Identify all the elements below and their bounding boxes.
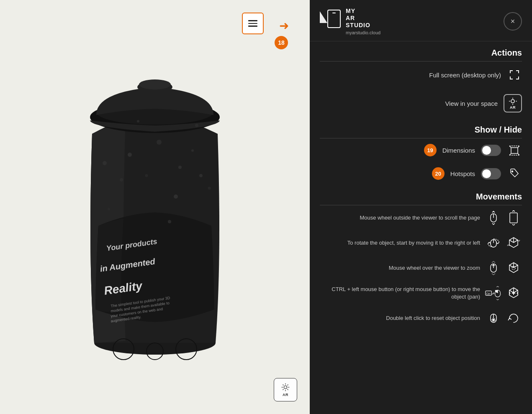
brand-text: MY AR STUDIO myarstudio.cloud <box>346 8 380 35</box>
mouse-zoom-icon <box>485 260 502 276</box>
mouse-scroll-icon <box>485 210 502 226</box>
ar-icon-label: AR <box>510 105 516 110</box>
svg-point-10 <box>174 194 178 199</box>
hotspots-toggle[interactable] <box>481 168 501 179</box>
svg-point-13 <box>108 208 110 210</box>
ctrl-key-icon: Ctrl + <box>485 285 502 302</box>
view-ar-label: View in your space <box>445 100 498 107</box>
movement-desc-zoom: Mouse wheel over the viewer to zoom <box>320 264 480 272</box>
svg-point-9 <box>120 178 123 181</box>
brand-icon <box>320 10 341 33</box>
svg-point-6 <box>178 166 182 169</box>
movement-desc-reset: Double left click to reset object positi… <box>320 314 480 322</box>
menu-arrow-icon: ➜ <box>279 19 289 33</box>
cup-container: Your products in Augmented Reality The s… <box>0 0 310 414</box>
object-rotate-icon <box>505 235 522 251</box>
movement-icons-pan: Ctrl + <box>485 285 522 302</box>
movement-desc-rotate: To rotate the object, start by moving it… <box>320 239 480 247</box>
fullscreen-row: Full screen (desktop only) <box>310 61 532 88</box>
dimensions-badge: 19 <box>424 144 437 156</box>
mouse-rotate-icon <box>485 235 502 251</box>
double-click-icon <box>485 310 502 327</box>
dimensions-toggle[interactable] <box>481 145 501 156</box>
svg-point-16 <box>195 124 198 127</box>
svg-rect-31 <box>511 148 518 153</box>
right-panel: MY AR STUDIO myarstudio.cloud × Actions … <box>310 0 532 414</box>
hotspots-toggle-knob <box>482 169 491 178</box>
step-badge-18: 18 <box>275 36 288 49</box>
svg-text:Ctrl: Ctrl <box>486 292 491 295</box>
movement-row-pan: CTRL + left mouse button (or right mouse… <box>310 281 532 306</box>
page-scroll-icon <box>505 210 522 226</box>
fullscreen-icon <box>509 69 520 81</box>
svg-point-18 <box>208 187 211 190</box>
actions-title: Actions <box>310 41 532 61</box>
movement-row-zoom: Mouse wheel over the viewer to zoom <box>310 256 532 281</box>
ar-viewer-label: AR <box>283 393 288 397</box>
brand-info: MY AR STUDIO myarstudio.cloud <box>320 8 380 35</box>
dimensions-label: Dimensions <box>442 147 475 154</box>
svg-rect-35 <box>510 213 517 223</box>
movement-row-rotate: To rotate the object, start by moving it… <box>310 230 532 256</box>
svg-text:+: + <box>492 291 495 296</box>
hotspots-badge: 20 <box>432 167 445 180</box>
object-zoom-icon <box>505 260 522 276</box>
svg-point-12 <box>199 174 203 177</box>
svg-point-8 <box>191 149 194 152</box>
close-button[interactable]: × <box>504 12 522 31</box>
brand-url: myarstudio.cloud <box>346 30 380 35</box>
menu-button[interactable] <box>242 13 264 34</box>
hotspots-label: Hotspots <box>450 170 475 177</box>
svg-point-11 <box>145 174 148 177</box>
movement-icons-scroll <box>485 210 522 226</box>
svg-point-7 <box>157 140 162 145</box>
svg-point-48 <box>493 319 494 321</box>
hotspots-row: 20 Hotspots <box>310 162 532 185</box>
brand-name: MY AR STUDIO <box>346 8 380 28</box>
viewer-panel: ➜ 18 <box>0 0 310 414</box>
hamburger-icon <box>248 20 257 27</box>
fullscreen-button[interactable] <box>507 67 522 82</box>
ar-circle-icon <box>509 97 517 105</box>
fullscreen-label: Full screen (desktop only) <box>429 72 501 79</box>
dimensions-toggle-knob <box>482 146 491 155</box>
reset-icon <box>505 310 522 327</box>
cup-3d-model: Your products in Augmented Reality The s… <box>46 50 264 364</box>
svg-point-4 <box>139 79 171 89</box>
object-pan-icon <box>505 285 522 302</box>
movement-icons-rotate <box>485 235 522 251</box>
svg-point-29 <box>284 386 287 388</box>
movement-icons-reset <box>485 310 522 327</box>
svg-point-15 <box>137 120 139 123</box>
svg-point-30 <box>511 100 514 103</box>
movement-row-scroll: Mouse wheel outside the viewer to scroll… <box>310 205 532 230</box>
view-ar-row: View in your space AR <box>310 88 532 118</box>
view-ar-button[interactable]: AR <box>504 94 522 112</box>
panel-header: MY AR STUDIO myarstudio.cloud × <box>310 0 532 41</box>
movement-icons-zoom <box>485 260 522 276</box>
dimensions-icon[interactable] <box>507 143 522 158</box>
svg-point-5 <box>128 153 132 157</box>
show-hide-title: Show / Hide <box>310 118 532 138</box>
movement-row-reset: Double left click to reset object positi… <box>310 306 532 331</box>
svg-point-32 <box>512 171 513 172</box>
ar-viewer-icon <box>281 383 290 392</box>
hotspots-icon <box>507 166 522 181</box>
movement-desc-pan: CTRL + left mouse button (or right mouse… <box>320 286 480 301</box>
movements-title: Movements <box>310 185 532 205</box>
movement-desc-scroll: Mouse wheel outside the viewer to scroll… <box>320 214 480 222</box>
dimensions-row: 19 Dimensions <box>310 138 532 162</box>
svg-point-14 <box>168 220 171 223</box>
svg-point-17 <box>103 161 107 165</box>
ar-viewer-button[interactable]: AR <box>274 378 297 401</box>
